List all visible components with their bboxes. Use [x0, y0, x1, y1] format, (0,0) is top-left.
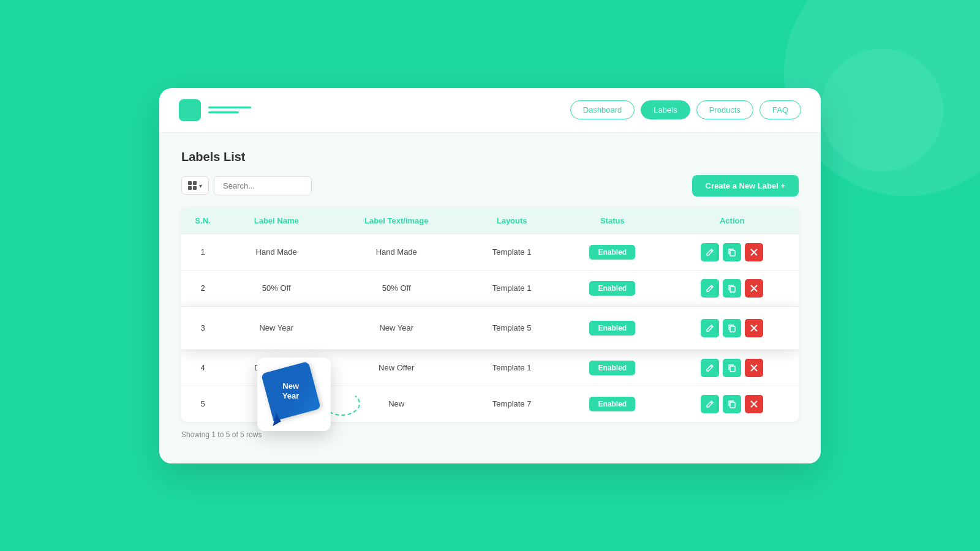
edit-button[interactable]: [701, 359, 719, 377]
action-buttons: [675, 395, 789, 413]
cell-sn: 2: [181, 270, 224, 306]
toolbar: ▾ Create a New Label +: [181, 175, 799, 197]
cell-action: [665, 234, 799, 270]
copy-button[interactable]: [723, 359, 741, 377]
copy-button[interactable]: [723, 395, 741, 413]
table-row: 1 Hand Made Hand Made Template 1 Enabled: [181, 234, 799, 270]
label-badge-text: NewYear: [282, 381, 299, 400]
grid-cell: [193, 186, 197, 190]
status-badge: Enabled: [589, 281, 635, 296]
grid-cell: [188, 186, 192, 190]
table-footer: Showing 1 to 5 of 5 rows: [181, 430, 799, 439]
col-label-name: Label Name: [224, 208, 328, 234]
svg-rect-1: [730, 287, 735, 292]
status-badge: Enabled: [589, 397, 635, 411]
cell-status: Enabled: [559, 350, 665, 386]
col-layouts: Layouts: [464, 208, 559, 234]
nav-dashboard[interactable]: Dashboard: [570, 100, 635, 119]
label-badge: NewYear: [266, 367, 322, 422]
cell-sn: 3: [181, 306, 224, 350]
cell-sn: 4: [181, 350, 224, 386]
cell-status: Enabled: [559, 306, 665, 350]
cell-text: New Year: [328, 306, 464, 350]
edit-button[interactable]: [701, 243, 719, 261]
cell-name: Hand Made: [224, 234, 328, 270]
table-header-row: S.N. Label Name Label Text/image Layouts…: [181, 208, 799, 234]
cell-sn: 5: [181, 386, 224, 422]
cell-action: [665, 306, 799, 350]
table-row: 3 New Year New Year Template 5 Enabled: [181, 306, 799, 350]
action-buttons: [675, 243, 789, 261]
cell-status: Enabled: [559, 270, 665, 306]
cell-status: Enabled: [559, 234, 665, 270]
cell-text: Hand Made: [328, 234, 464, 270]
action-buttons: [675, 319, 789, 337]
nav-products[interactable]: Products: [696, 100, 753, 119]
cell-text: New Offer: [328, 350, 464, 386]
status-badge: Enabled: [589, 321, 635, 335]
label-badge-inner: NewYear: [261, 361, 321, 421]
nav-labels[interactable]: Labels: [641, 100, 690, 119]
header: Dashboard Labels Products FAQ: [159, 88, 821, 133]
delete-button[interactable]: [745, 395, 763, 413]
nav-buttons: Dashboard Labels Products FAQ: [570, 100, 801, 119]
svg-rect-0: [730, 250, 735, 256]
logo-line-2: [208, 111, 239, 113]
grid-cell: [193, 181, 197, 185]
cell-action: [665, 350, 799, 386]
nav-faq[interactable]: FAQ: [760, 100, 801, 119]
col-action: Action: [665, 208, 799, 234]
edit-button[interactable]: [701, 319, 719, 337]
edit-button[interactable]: [701, 395, 719, 413]
cell-action: [665, 270, 799, 306]
page-title: Labels List: [181, 150, 799, 164]
svg-rect-4: [730, 402, 735, 408]
action-buttons: [675, 359, 789, 377]
cell-name: 50% Off: [224, 270, 328, 306]
status-badge: Enabled: [589, 245, 635, 260]
action-buttons: [675, 279, 789, 298]
cell-status: Enabled: [559, 386, 665, 422]
col-sn: S.N.: [181, 208, 224, 234]
dropdown-arrow-icon: ▾: [199, 182, 202, 189]
logo-area: [179, 99, 251, 121]
cell-name: New Year: [224, 306, 328, 350]
grid-icon: [188, 181, 197, 190]
svg-rect-3: [730, 366, 735, 372]
label-badge-corner: [268, 413, 281, 426]
grid-view-button[interactable]: ▾: [181, 176, 209, 195]
cell-action: [665, 386, 799, 422]
cell-layout: Template 1: [464, 234, 559, 270]
delete-button[interactable]: [745, 279, 763, 298]
cell-layout: Template 1: [464, 350, 559, 386]
label-preview-popup: NewYear: [257, 358, 331, 431]
delete-button[interactable]: [745, 243, 763, 261]
copy-button[interactable]: [723, 319, 741, 337]
copy-button[interactable]: [723, 243, 741, 261]
cell-sn: 1: [181, 234, 224, 270]
create-label-button[interactable]: Create a New Label +: [692, 175, 799, 197]
logo-lines: [208, 107, 251, 113]
logo-line-1: [208, 107, 251, 108]
search-input[interactable]: [214, 176, 312, 195]
col-label-text: Label Text/image: [328, 208, 464, 234]
table-row: 2 50% Off 50% Off Template 1 Enabled: [181, 270, 799, 306]
edit-button[interactable]: [701, 279, 719, 298]
delete-button[interactable]: [745, 319, 763, 337]
app-window: Dashboard Labels Products FAQ Labels Lis…: [159, 88, 821, 463]
logo-icon: [179, 99, 201, 121]
cell-layout: Template 5: [464, 306, 559, 350]
svg-rect-2: [730, 326, 735, 332]
status-badge: Enabled: [589, 361, 635, 375]
delete-button[interactable]: [745, 359, 763, 377]
toolbar-left: ▾: [181, 176, 312, 195]
grid-cell: [188, 181, 192, 185]
copy-button[interactable]: [723, 279, 741, 298]
cell-text: 50% Off: [328, 270, 464, 306]
cell-layout: Template 1: [464, 270, 559, 306]
cell-layout: Template 7: [464, 386, 559, 422]
col-status: Status: [559, 208, 665, 234]
